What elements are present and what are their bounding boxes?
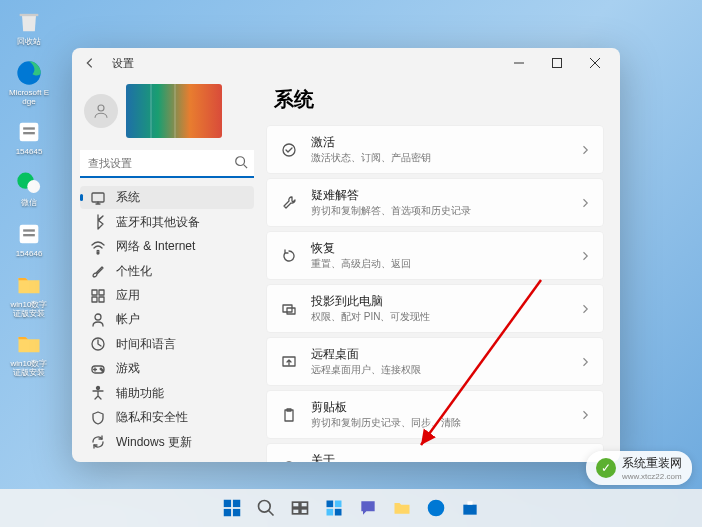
sidebar-item-label: 网络 & Internet: [116, 238, 195, 255]
svg-rect-14: [92, 290, 97, 295]
sidebar-item-gaming[interactable]: 游戏: [80, 357, 254, 380]
svg-point-30: [283, 462, 295, 463]
remote-icon: [279, 352, 299, 372]
desktop-icon-file-154645[interactable]: 154645: [8, 118, 50, 157]
file-154646-icon: [15, 220, 43, 248]
desktop-icon-folder-1[interactable]: win10数字证版安装: [8, 271, 50, 319]
card-subtitle: 剪切和复制解答、首选项和历史记录: [311, 204, 567, 218]
taskbar-widgets[interactable]: [319, 493, 349, 523]
svg-point-23: [97, 387, 100, 390]
desktop-icon-folder-2[interactable]: win10数字证版安装: [8, 330, 50, 378]
desktop-icon-edge[interactable]: Microsoft Edge: [8, 59, 50, 107]
desktop-icons: 回收站Microsoft Edge154645微信154646win10数字证版…: [8, 8, 50, 378]
svg-rect-42: [327, 509, 334, 516]
maximize-button[interactable]: [538, 50, 576, 76]
card-title: 远程桌面: [311, 346, 567, 363]
watermark-text: 系统重装网: [622, 455, 682, 472]
minimize-button[interactable]: [500, 50, 538, 76]
card-recovery[interactable]: 恢复重置、高级启动、返回: [266, 231, 604, 280]
card-title: 投影到此电脑: [311, 293, 567, 310]
info-icon: [279, 458, 299, 463]
svg-rect-12: [92, 193, 104, 202]
chevron-right-icon: [579, 409, 591, 421]
svg-point-5: [27, 180, 40, 193]
sidebar-item-label: 系统: [116, 189, 140, 206]
svg-rect-43: [335, 509, 342, 516]
card-remote[interactable]: 远程桌面远程桌面用户、连接权限: [266, 337, 604, 386]
svg-rect-41: [335, 501, 342, 508]
card-projecting[interactable]: 投影到此电脑权限、配对 PIN、可发现性: [266, 284, 604, 333]
user-header[interactable]: [80, 78, 254, 148]
svg-point-18: [95, 314, 101, 320]
sidebar-item-label: 蓝牙和其他设备: [116, 214, 200, 231]
svg-rect-8: [23, 234, 35, 236]
sidebar-item-label: Windows 更新: [116, 434, 192, 451]
clipboard-icon: [279, 405, 299, 425]
sidebar-item-label: 辅助功能: [116, 385, 164, 402]
card-title: 关于: [311, 452, 567, 462]
sidebar-item-time[interactable]: 时间和语言: [80, 333, 254, 356]
sidebar: 系统蓝牙和其他设备网络 & Internet个性化应用帐户时间和语言游戏辅助功能…: [72, 78, 262, 462]
recovery-icon: [279, 246, 299, 266]
search-input[interactable]: [80, 150, 254, 178]
check-circle-icon: [279, 140, 299, 160]
desktop-icon-recycle-bin[interactable]: 回收站: [8, 8, 50, 47]
card-subtitle: 剪切和复制历史记录、同步、清除: [311, 416, 567, 430]
sidebar-item-privacy[interactable]: 隐私和安全性: [80, 406, 254, 429]
desktop-icon-label: 微信: [21, 199, 37, 208]
watermark: ✓ 系统重装网 www.xtcz22.com: [586, 451, 692, 485]
taskbar-edge[interactable]: [421, 493, 451, 523]
desktop-icon-file-154646[interactable]: 154646: [8, 220, 50, 259]
desktop-icon-label: 154645: [16, 148, 43, 157]
file-154645-icon: [15, 118, 43, 146]
taskbar: [0, 489, 702, 527]
desktop-icon-label: win10数字证版安装: [8, 301, 50, 319]
close-button[interactable]: [576, 50, 614, 76]
card-title: 激活: [311, 134, 567, 151]
taskbar-explorer[interactable]: [387, 493, 417, 523]
settings-cards: 激活激活状态、订阅、产品密钥疑难解答剪切和复制解答、首选项和历史记录恢复重置、高…: [266, 125, 604, 462]
svg-rect-33: [224, 509, 231, 516]
taskbar-store[interactable]: [455, 493, 485, 523]
svg-point-44: [428, 500, 445, 517]
edge-icon: [15, 59, 43, 87]
sidebar-item-label: 帐户: [116, 311, 140, 328]
taskbar-chat[interactable]: [353, 493, 383, 523]
wrench-icon: [279, 193, 299, 213]
taskbar-taskview[interactable]: [285, 493, 315, 523]
sidebar-item-bluetooth[interactable]: 蓝牙和其他设备: [80, 210, 254, 233]
sidebar-item-personalization[interactable]: 个性化: [80, 259, 254, 282]
card-clipboard[interactable]: 剪贴板剪切和复制历史记录、同步、清除: [266, 390, 604, 439]
update-icon: [90, 434, 106, 450]
nav-list: 系统蓝牙和其他设备网络 & Internet个性化应用帐户时间和语言游戏辅助功能…: [80, 186, 254, 454]
shield-icon: [90, 410, 106, 426]
sidebar-item-system[interactable]: 系统: [80, 186, 254, 209]
taskbar-start[interactable]: [217, 493, 247, 523]
taskbar-search[interactable]: [251, 493, 281, 523]
settings-window: 设置 系统蓝牙和其他设备网络 & Internet个性化应用帐户时间和: [72, 48, 620, 462]
sidebar-item-network[interactable]: 网络 & Internet: [80, 235, 254, 258]
sidebar-item-apps[interactable]: 应用: [80, 284, 254, 307]
window-title: 设置: [112, 56, 134, 71]
chevron-right-icon: [579, 144, 591, 156]
svg-point-13: [97, 252, 99, 254]
recycle-bin-icon: [15, 8, 43, 36]
svg-point-22: [102, 370, 104, 372]
sidebar-item-accessibility[interactable]: 辅助功能: [80, 382, 254, 405]
svg-rect-2: [23, 128, 35, 130]
card-about[interactable]: 关于设备规格、重命名电脑、Windows 规格: [266, 443, 604, 462]
card-subtitle: 重置、高级启动、返回: [311, 257, 567, 271]
sidebar-item-accounts[interactable]: 帐户: [80, 308, 254, 331]
back-button[interactable]: [78, 51, 102, 75]
svg-rect-38: [293, 509, 300, 514]
brush-icon: [90, 263, 106, 279]
sidebar-item-update[interactable]: Windows 更新: [80, 431, 254, 454]
svg-rect-37: [301, 502, 308, 507]
card-activation[interactable]: 激活激活状态、订阅、产品密钥: [266, 125, 604, 174]
desktop-icon-label: 回收站: [17, 38, 41, 47]
main-content: 系统 激活激活状态、订阅、产品密钥疑难解答剪切和复制解答、首选项和历史记录恢复重…: [262, 78, 620, 462]
card-troubleshoot[interactable]: 疑难解答剪切和复制解答、首选项和历史记录: [266, 178, 604, 227]
desktop-icon-wechat[interactable]: 微信: [8, 169, 50, 208]
wifi-icon: [90, 239, 106, 255]
chevron-right-icon: [579, 303, 591, 315]
